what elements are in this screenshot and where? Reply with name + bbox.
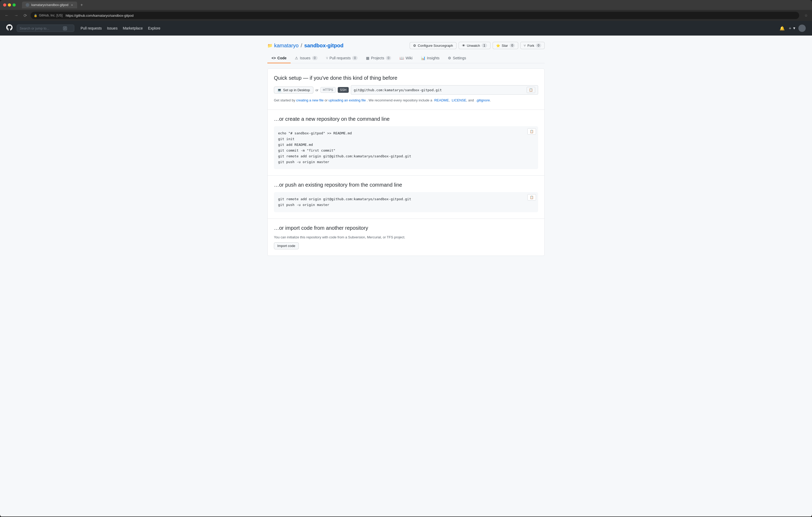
note-suffix: . We recommend every repository include …	[367, 98, 432, 102]
repo-title: 📁 kamataryo / sandbox-gitpod	[267, 42, 344, 49]
tab-issues-label: Issues	[300, 56, 310, 60]
tab-bar: kamataryo/sandbox-gitpod ✕ +	[22, 2, 809, 8]
star-count: 0	[510, 43, 515, 48]
star-label: Star	[502, 44, 508, 48]
star-button[interactable]: ⭐ Star 0	[493, 42, 519, 49]
pr-icon: ⑂	[326, 56, 328, 60]
tab-projects-label: Projects	[371, 56, 384, 60]
tab-close-button[interactable]: ✕	[70, 3, 74, 6]
setup-row: 💻 Set up in Desktop or HTTPS SSH git@git…	[274, 85, 538, 95]
new-repo-code: echo "# sandbox-gitpod" >> README.md git…	[278, 130, 534, 165]
unwatch-count: 1	[482, 43, 487, 48]
code-icon: <>	[271, 56, 276, 60]
fork-icon: ⑂	[524, 44, 526, 48]
or-separator: or	[316, 88, 319, 92]
repo-separator: /	[300, 42, 302, 49]
back-button[interactable]: ←	[3, 12, 10, 19]
new-item-button[interactable]: ＋ ▾	[788, 26, 795, 31]
lock-icon: 🔒	[34, 14, 37, 17]
fork-label: Fork	[527, 44, 534, 48]
minimize-traffic-light[interactable]	[8, 3, 11, 6]
nav-issues[interactable]: Issues	[107, 26, 117, 30]
maximize-traffic-light[interactable]	[12, 3, 16, 6]
creating-file-link[interactable]: creating a new file	[296, 98, 324, 102]
tab-title: kamataryo/sandbox-gitpod	[31, 3, 68, 7]
browser-window: kamataryo/sandbox-gitpod ✕ + ← → ⟳ 🔒 Git…	[0, 0, 812, 517]
user-avatar[interactable]	[799, 25, 806, 32]
address-bar[interactable]: 🔒 GitHub, Inc. [US] https://github.com/k…	[31, 12, 799, 19]
eye-icon: 👁	[462, 44, 465, 48]
ssh-button[interactable]: SSH	[338, 87, 349, 93]
search-box[interactable]: /	[17, 25, 74, 32]
browser-actions: ☆	[803, 12, 809, 19]
import-code-button[interactable]: Import code	[274, 242, 299, 249]
uploading-file-link[interactable]: uploading an existing file	[328, 98, 366, 102]
reload-button[interactable]: ⟳	[22, 12, 29, 19]
setup-desktop-label: Set up in Desktop	[283, 88, 310, 92]
bookmark-icon[interactable]: ☆	[803, 12, 809, 19]
projects-count: 0	[386, 56, 392, 60]
main-content-area: Quick setup — if you've done this kind o…	[267, 68, 545, 256]
copy-push-existing-button[interactable]: 📋	[527, 194, 536, 201]
repo-name-link[interactable]: sandbox-gitpod	[304, 42, 344, 49]
unwatch-label: Unwatch	[467, 44, 480, 48]
copy-new-repo-button[interactable]: 📋	[527, 128, 536, 134]
address-issuer: GitHub, Inc. [US]	[39, 13, 62, 17]
settings-icon: ⚙	[448, 56, 451, 60]
nav-pull-requests[interactable]: Pull requests	[81, 26, 102, 30]
push-existing-code-block: git remote add origin git@github.com:kam…	[274, 192, 538, 212]
import-description: You can initialize this repository with …	[274, 235, 538, 239]
new-repo-section: …or create a new repository on the comma…	[268, 110, 544, 176]
tab-settings[interactable]: ⚙ Settings	[444, 53, 470, 63]
issues-icon: ⚠	[295, 56, 298, 60]
page-content: 📁 kamataryo / sandbox-gitpod ⚙ Configure…	[0, 35, 812, 516]
fork-count: 0	[536, 43, 541, 48]
sourcegraph-icon: ⚙	[413, 44, 416, 48]
copy-url-button[interactable]: 📋	[527, 87, 535, 93]
tab-issues[interactable]: ⚠ Issues 0	[291, 53, 321, 63]
tab-pull-requests[interactable]: ⑂ Pull requests 0	[322, 53, 362, 63]
search-shortcut: /	[63, 26, 67, 30]
gitignore-link[interactable]: .gitignore	[476, 98, 490, 102]
nav-explore[interactable]: Explore	[148, 26, 161, 30]
tab-favicon	[26, 3, 29, 7]
repo-url-field[interactable]: git@github.com:kamataryo/sandbox-gitpod.…	[351, 85, 538, 95]
projects-icon: ▦	[366, 56, 369, 60]
forward-button[interactable]: →	[12, 12, 20, 19]
notifications-button[interactable]: 🔔	[780, 26, 785, 31]
new-repo-title: …or create a new repository on the comma…	[274, 116, 538, 122]
tab-projects[interactable]: ▦ Projects 0	[362, 53, 395, 63]
configure-sourcegraph-button[interactable]: ⚙ Configure Sourcegraph	[410, 42, 456, 49]
note-prefix: Get started by	[274, 98, 295, 102]
setup-desktop-button[interactable]: 💻 Set up in Desktop	[274, 87, 313, 94]
nav-marketplace[interactable]: Marketplace	[123, 26, 143, 30]
tab-insights-label: Insights	[427, 56, 439, 60]
push-existing-section: …or push an existing repository from the…	[268, 176, 544, 218]
new-tab-button[interactable]: +	[78, 2, 85, 8]
github-logo[interactable]	[6, 24, 12, 32]
configure-sourcegraph-label: Configure Sourcegraph	[418, 44, 453, 48]
tab-insights[interactable]: 📊 Insights	[417, 53, 444, 63]
comma1: ,	[449, 98, 450, 102]
content-wrapper: 📁 kamataryo / sandbox-gitpod ⚙ Configure…	[267, 42, 545, 256]
tab-code[interactable]: <> Code	[267, 53, 291, 63]
traffic-lights	[3, 3, 16, 6]
unwatch-button[interactable]: 👁 Unwatch 1	[459, 42, 491, 49]
header-right: 🔔 ＋ ▾	[780, 25, 806, 32]
push-existing-title: …or push an existing repository from the…	[274, 182, 538, 188]
https-button[interactable]: HTTPS	[320, 87, 336, 93]
browser-tab[interactable]: kamataryo/sandbox-gitpod ✕	[22, 2, 77, 8]
fork-button[interactable]: ⑂ Fork 0	[520, 42, 545, 49]
readme-link[interactable]: README	[434, 98, 449, 102]
setup-note: Get started by creating a new file or up…	[274, 98, 538, 103]
repo-actions: ⚙ Configure Sourcegraph 👁 Unwatch 1 ⭐ St…	[410, 42, 545, 49]
search-input[interactable]	[20, 26, 61, 30]
tab-wiki[interactable]: 📖 Wiki	[395, 53, 416, 63]
license-link[interactable]: LICENSE	[452, 98, 466, 102]
repo-owner-link[interactable]: kamataryo	[274, 42, 298, 49]
close-traffic-light[interactable]	[3, 3, 6, 6]
browser-addressbar: ← → ⟳ 🔒 GitHub, Inc. [US] https://github…	[0, 10, 812, 21]
repo-icon: 📁	[267, 43, 272, 48]
tab-settings-label: Settings	[453, 56, 466, 60]
desktop-icon: 💻	[277, 88, 282, 92]
